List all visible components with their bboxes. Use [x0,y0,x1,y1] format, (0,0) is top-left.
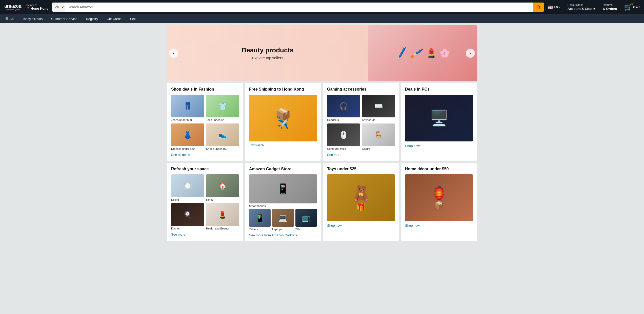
rgb-pc-icon: 🖥️ [430,109,449,127]
space-see-more[interactable]: See more [171,233,239,236]
hero-next-button[interactable]: › [466,49,475,58]
fashion-see-all[interactable]: See all deals [171,153,239,157]
tvs-image: 📺 [295,209,317,227]
gaming-grid: 🎧 Headsets ⌨️ Keyboards 🖱️ Computer mice… [327,95,395,150]
gadgets-title: Amazon Gadget Store [249,167,317,171]
shipping-terms[interactable]: Terms apply [249,143,317,146]
pcs-card: Deals in PCs 🖥️ Shop now [401,83,477,161]
home-image: 🏠 [206,174,239,197]
deliver-label: Deliver to [26,4,48,7]
gadgets-see-more[interactable]: See more from Amazon Gadgets [249,233,317,237]
returns-link[interactable]: Returns & Orders [601,2,619,12]
nav-todays-deals[interactable]: Today's Deals [20,16,45,22]
palette-icon: 🌸 [440,48,450,58]
amazon-logo[interactable]: amazon ▔▔▔▔↗▔▔ [3,1,23,13]
nav-registry[interactable]: Registry [84,16,100,22]
smartphones-image[interactable]: 📱 [249,174,317,203]
cart-count: 0 [631,2,633,6]
hamburger-icon: ☰ [5,17,8,21]
box-icon: 📦 [431,201,447,210]
chairs-item[interactable]: 🪑 Chairs [362,123,395,150]
toys-image[interactable]: 🧸 🎁 [327,174,395,221]
gadgets-card: Amazon Gadget Store 📱 Smartphones 📱 Tabl… [245,163,321,241]
hero-banner: ‹ Beauty products Explore top sellers 🖊️… [167,25,477,81]
decor-image[interactable]: 🏮 📦 [405,174,473,221]
gift-icon: 🎁 [352,202,371,211]
laptops-item[interactable]: 💻 Laptops [272,209,294,231]
tvs-label: TVs [295,228,317,231]
hero-subtitle: Explore top sellers [172,56,363,60]
jeans-label: Jeans under $50 [171,118,204,121]
main-content: ‹ Beauty products Explore top sellers 🖊️… [165,25,479,241]
toys-card: Toys under $25 🧸 🎁 Shop now [323,163,399,241]
pcs-image[interactable]: 🖥️ [405,95,473,141]
tablets-item[interactable]: 📱 Tablets [249,209,271,231]
health-beauty-item[interactable]: 💄 Health and Beauty [206,203,239,230]
lipstick-icon: 💄 [426,48,437,58]
tops-item[interactable]: 👕 Tops under $25 [206,95,239,121]
hero-prev-button[interactable]: ‹ [169,49,178,58]
hero-image: 🖊️ 🖌️ 💄 🌸 [368,25,477,81]
search-category-select[interactable]: All [52,3,65,12]
home-label: Home [206,198,239,201]
decor-shop-now[interactable]: Shop now [405,224,473,227]
toy-bear-icon: 🧸 [352,184,371,202]
shoes-item[interactable]: 👟 Shoes under $50 [206,123,239,150]
cart-label: Cart [633,5,640,9]
nav-all[interactable]: ☰ All [3,16,16,22]
product-grid-row1: Shop deals in Fashion 👖 Jeans under $50 … [167,83,477,161]
gaming-title: Gaming accessories [327,87,395,92]
headsets-image: 🎧 [327,95,360,117]
cart-link[interactable]: 🛒 0 Cart [623,2,641,12]
sign-in-top: Hello, sign in [568,3,595,7]
plane-icon: ✈️ [275,119,291,130]
sign-in-bot: Account & Lists ▾ [568,7,595,11]
dining-item[interactable]: 🍽️ Dining [171,174,204,201]
nav-gift-cards[interactable]: Gift Cards [104,16,124,22]
shipping-image[interactable]: 📦 ✈️ [249,95,317,141]
shipping-title: Free Shipping to Hong Kong [249,87,317,92]
tops-image: 👕 [206,95,239,117]
flag-icon: 🇺🇸 [548,5,553,10]
gaming-see-more[interactable]: See more [327,153,395,157]
pc-visual: 🖥️ [430,109,449,127]
headsets-item[interactable]: 🎧 Headsets [327,95,360,121]
decor-visual: 🏮 📦 [431,186,447,210]
search-bar: All [52,3,544,12]
search-button[interactable] [533,3,544,12]
pcs-shop-now[interactable]: Shop now [405,144,473,148]
deliver-to[interactable]: Deliver to 📍 Hong Kong [25,3,50,12]
tablets-label: Tablets [249,228,271,231]
shipping-visual: 📦 ✈️ [275,107,291,130]
keyboards-item[interactable]: ⌨️ Keyboards [362,95,395,121]
search-input[interactable] [65,3,533,12]
search-icon [536,5,541,10]
tablets-image: 📱 [249,209,271,227]
nav-sell[interactable]: Sell [128,16,138,22]
mascara-icon: 🖊️ [394,46,409,60]
nav-customer-service[interactable]: Customer Service [49,16,79,22]
jeans-image: 👖 [171,95,204,117]
toys-shop-now[interactable]: Shop now [327,224,395,227]
tvs-item[interactable]: 📺 TVs [295,209,317,231]
brush-icon: 🖌️ [410,46,424,60]
keyboards-image: ⌨️ [362,95,395,117]
account-link[interactable]: Hello, sign in Account & Lists ▾ [566,2,597,12]
kitchen-item[interactable]: 🍳 Kitchen [171,203,204,230]
dining-label: Dining [171,198,204,201]
home-item[interactable]: 🏠 Home [206,174,239,201]
fashion-title: Shop deals in Fashion [171,87,239,92]
kitchen-image: 🍳 [171,203,204,226]
chairs-image: 🪑 [362,123,395,146]
toys-title: Toys under $25 [327,167,395,171]
space-card: Refresh your space 🍽️ Dining 🏠 Home 🍳 Ki… [167,163,243,241]
language-selector[interactable]: 🇺🇸 EN ▾ [547,4,562,11]
mice-item[interactable]: 🖱️ Computer mice [327,123,360,150]
dresses-item[interactable]: 👗 Dresses under $30 [171,123,204,150]
health-beauty-label: Health and Beauty [206,227,239,230]
jeans-item[interactable]: 👖 Jeans under $50 [171,95,204,121]
space-grid: 🍽️ Dining 🏠 Home 🍳 Kitchen 💄 Health and … [171,174,239,230]
space-title: Refresh your space [171,167,239,171]
cart-icon: 🛒 [624,3,632,11]
gaming-card: Gaming accessories 🎧 Headsets ⌨️ Keyboar… [323,83,399,161]
